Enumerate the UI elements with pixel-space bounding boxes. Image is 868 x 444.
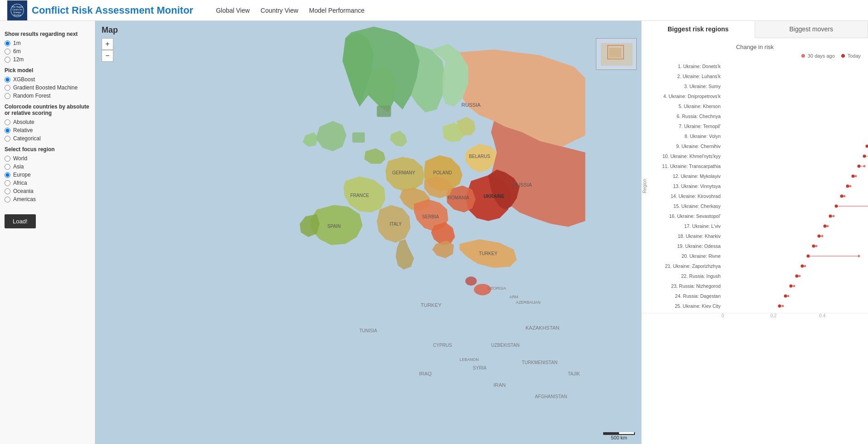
time-option-12m[interactable]: 12m	[5, 56, 90, 63]
main-nav: Global View Country View Model Performan…	[216, 5, 365, 16]
region-radio-europe[interactable]	[5, 172, 10, 178]
chart-row[interactable]: 1. Ukraine: Donets'k	[647, 61, 868, 71]
chart-row[interactable]: 4. Ukraine: Dnipropetrovs'k	[647, 91, 868, 101]
chart-row-label: 17. Ukraine: L'viv	[647, 223, 723, 229]
time-radio-1m[interactable]	[5, 40, 10, 46]
prev-dot	[832, 215, 834, 217]
model-option-gbm[interactable]: Gradient Boosted Machine	[5, 84, 90, 91]
region-option-oceania[interactable]: Oceania	[5, 188, 90, 194]
time-option-1m[interactable]: 1m	[5, 40, 90, 46]
region-option-americas[interactable]: Americas	[5, 196, 90, 202]
chart-row[interactable]: 8. Ukraine: Volyn	[647, 131, 868, 141]
svg-text:ROMANIA: ROMANIA	[448, 195, 469, 200]
region-option-africa[interactable]: Africa	[5, 180, 90, 186]
today-dot	[846, 185, 849, 188]
color-radio-absolute[interactable]	[5, 119, 10, 125]
prev-dot	[855, 175, 857, 178]
svg-text:AZERBAIJAN: AZERBAIJAN	[516, 300, 541, 305]
chart-row-label: 8. Ukraine: Volyn	[647, 133, 723, 139]
chart-row-bar	[723, 93, 864, 99]
chart-row[interactable]: 20. Ukraine: Rivne	[647, 251, 868, 261]
prev-dot	[821, 235, 823, 237]
today-dot	[852, 175, 855, 178]
chart-row[interactable]: 10. Ukraine: Khmel'nyts'kyy	[647, 151, 868, 161]
chart-row-bar	[723, 163, 864, 169]
color-option-relative[interactable]: Relative	[5, 127, 90, 133]
region-radio-oceania[interactable]	[5, 188, 10, 194]
region-radio-asia[interactable]	[5, 164, 10, 170]
chart-row[interactable]: 13. Ukraine: Vinnytsya	[647, 181, 868, 191]
legend-area: 30 days ago Today	[642, 53, 868, 61]
svg-text:GERMANY: GERMANY	[392, 170, 415, 175]
load-button[interactable]: Load!	[5, 214, 36, 228]
region-radio-americas[interactable]	[5, 197, 10, 202]
model-radio-gbm[interactable]	[5, 85, 10, 91]
chart-row[interactable]: 11. Ukraine: Transcarpathia	[647, 161, 868, 171]
nav-model-performance[interactable]: Model Performance	[309, 5, 365, 16]
time-label-12m: 12m	[13, 56, 24, 63]
chart-row[interactable]: 21. Ukraine: Zaporizhzhya	[647, 261, 868, 271]
time-option-6m[interactable]: 6m	[5, 48, 90, 54]
chart-row[interactable]: 9. Ukraine: Chernihiv	[647, 141, 868, 151]
time-radio-6m[interactable]	[5, 49, 10, 54]
chart-row[interactable]: 24. Russia: Dagestan	[647, 291, 868, 301]
chart-row[interactable]: 12. Ukraine: Mykolayiv	[647, 171, 868, 181]
model-option-rf[interactable]: Random Forest	[5, 93, 90, 99]
chart-row[interactable]: 15. Ukraine: Cherkasy	[647, 201, 868, 211]
time-label-6m: 6m	[13, 48, 21, 54]
nav-country-view[interactable]: Country View	[261, 5, 298, 16]
chart-row[interactable]: 5. Ukraine: Kherson	[647, 101, 868, 111]
chart-row[interactable]: 6. Russia: Chechnya	[647, 111, 868, 121]
map-container[interactable]: Map + −	[95, 21, 641, 444]
model-radio-xgboost[interactable]	[5, 77, 10, 83]
model-radio-rf[interactable]	[5, 93, 10, 99]
color-radio-categorical[interactable]	[5, 136, 10, 142]
chart-row[interactable]: 3. Ukraine: Sumy	[647, 81, 868, 91]
nav-global-view[interactable]: Global View	[216, 5, 249, 16]
chart-row[interactable]: 25. Ukraine: Kiev City	[647, 301, 868, 311]
region-radio-world[interactable]	[5, 156, 10, 162]
svg-text:POLAND: POLAND	[433, 170, 452, 175]
time-radio-12m[interactable]	[5, 57, 10, 63]
chart-row[interactable]: 16. Ukraine: Sevastopol'	[647, 211, 868, 221]
chart-row[interactable]: 2. Ukraine: Luhans'k	[647, 71, 868, 81]
svg-text:Studies: Studies	[14, 14, 21, 16]
svg-text:KAZAKHSTAN: KAZAKHSTAN	[526, 325, 560, 331]
svg-text:SERBIA: SERBIA	[422, 214, 439, 219]
prev-dot	[844, 195, 846, 197]
right-panel: Biggest risk regions Biggest movers Chan…	[641, 21, 868, 444]
chart-row-label: 18. Ukraine: Kharkiv	[647, 233, 723, 239]
zoom-in-button[interactable]: +	[102, 38, 113, 50]
color-radio-relative[interactable]	[5, 128, 10, 133]
color-label-relative: Relative	[13, 127, 33, 133]
svg-text:SYRIA: SYRIA	[473, 365, 486, 370]
color-option-categorical[interactable]: Categorical	[5, 135, 90, 142]
today-dot	[866, 145, 868, 148]
chart-row-label: 21. Ukraine: Zaporizhzhya	[647, 263, 723, 269]
model-label-gbm: Gradient Boosted Machine	[13, 84, 78, 91]
prev-dot	[793, 285, 795, 287]
region-radio-africa[interactable]	[5, 180, 10, 186]
chart-row[interactable]: 22. Russia: Ingush	[647, 271, 868, 281]
tab-biggest-movers[interactable]: Biggest movers	[755, 21, 868, 38]
region-option-world[interactable]: World	[5, 155, 90, 162]
prev-dot	[798, 275, 800, 277]
chart-row-bar	[723, 183, 864, 189]
region-option-europe[interactable]: Europe	[5, 172, 90, 178]
chart-row[interactable]: 19. Ukraine: Odessa	[647, 241, 868, 251]
svg-rect-36	[377, 105, 391, 117]
chart-row[interactable]: 14. Ukraine: Kirovohrad	[647, 191, 868, 201]
right-panel-tabs: Biggest risk regions Biggest movers	[642, 21, 868, 38]
zoom-out-button[interactable]: −	[102, 50, 113, 62]
chart-row[interactable]: 17. Ukraine: L'viv	[647, 221, 868, 231]
chart-row[interactable]: 23. Russia: Nizhegorod	[647, 281, 868, 291]
chart-row[interactable]: 7. Ukraine: Ternopil'	[647, 121, 868, 131]
region-label-europe: Europe	[13, 172, 31, 178]
chart-row[interactable]: 18. Ukraine: Kharkiv	[647, 231, 868, 241]
tab-biggest-risk-regions[interactable]: Biggest risk regions	[642, 21, 755, 38]
color-option-absolute[interactable]: Absolute	[5, 119, 90, 125]
region-options: World Asia Europe Africa Oceania America…	[5, 155, 90, 202]
legend-30days-label: 30 days ago	[808, 53, 835, 59]
model-option-xgboost[interactable]: XGBoost	[5, 76, 90, 83]
region-option-asia[interactable]: Asia	[5, 163, 90, 170]
